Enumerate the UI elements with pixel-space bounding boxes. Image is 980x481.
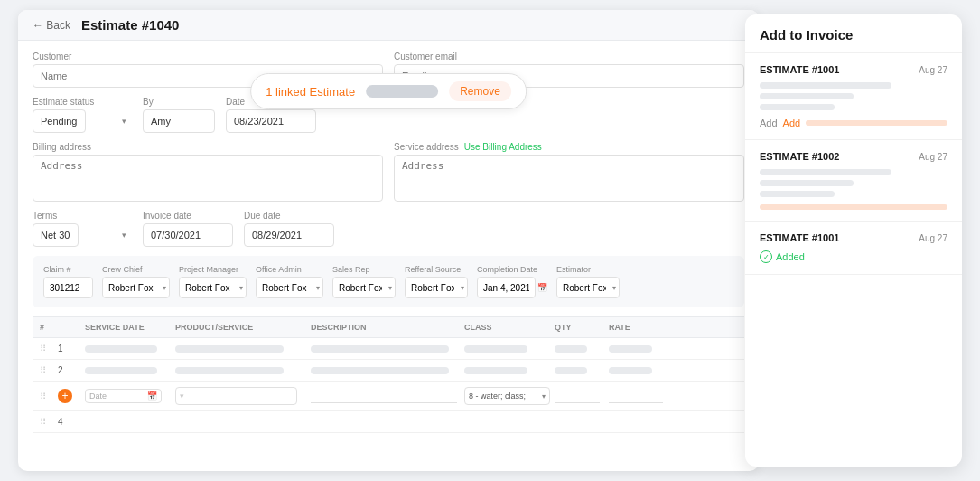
row-num: 2: [58, 365, 85, 375]
skeleton-line: [760, 104, 835, 110]
table-row-add: ⠿ + Date 📅 ▾: [33, 382, 744, 411]
add-to-invoice-panel: Add to Invoice ESTIMATE #1001 Aug 27 Add…: [745, 14, 962, 467]
by-input[interactable]: [143, 109, 215, 133]
customer-label: Customer: [33, 52, 383, 61]
estimate-date: Aug 27: [919, 65, 947, 75]
row-rate: [609, 345, 681, 353]
col-hash: #: [40, 323, 58, 332]
calendar-icon: 📅: [537, 283, 547, 292]
page-title: Estimate #1040: [81, 17, 179, 33]
invoice-date-input[interactable]: [143, 223, 233, 247]
line-items-table: # SERVICE DATE PRODUCT/SERVICE DESCRIPTI…: [33, 316, 744, 433]
row-num: 1: [58, 344, 85, 354]
status-select[interactable]: Pending: [33, 109, 86, 133]
estimator-group: Estimator Robert Fox: [556, 265, 620, 298]
referral-label: Refferal Source: [405, 265, 468, 274]
referral-select[interactable]: Robert Fox: [405, 277, 468, 298]
estimate-card-header: ESTIMATE #1002 Aug 27: [760, 151, 947, 162]
row-product: [175, 367, 311, 374]
row-qty-input[interactable]: [555, 389, 609, 403]
row-service-date: [85, 345, 175, 353]
col-extra: [681, 323, 735, 332]
row-description: [311, 367, 464, 374]
use-billing-link[interactable]: Use Billing Address: [464, 142, 542, 152]
terms-label: Terms: [33, 211, 132, 221]
add-orange-button-1[interactable]: Add: [783, 118, 801, 128]
service-textarea[interactable]: [394, 155, 744, 202]
referral-group: Refferal Source Robert Fox: [405, 265, 468, 298]
card-actions: Add Add: [760, 118, 947, 128]
orange-bar: [806, 120, 947, 126]
row-qty: [555, 345, 609, 353]
row-handle: ⠿: [40, 365, 58, 375]
estimate-date: Aug 27: [919, 152, 947, 162]
card-actions-added: ✓ Added: [760, 250, 947, 263]
sales-rep-group: Sales Rep Robert Fox: [332, 265, 396, 298]
sales-rep-label: Sales Rep: [332, 265, 396, 274]
estimate-title: ESTIMATE #1002: [760, 151, 839, 162]
row-description: [311, 345, 464, 353]
row-class-input: 8 - water; class; ▾: [464, 387, 555, 405]
office-admin-label: Office Admin: [256, 265, 323, 274]
skeleton-line: [760, 82, 891, 89]
estimate-card-2: ESTIMATE #1002 Aug 27: [745, 140, 962, 222]
add-row-button[interactable]: +: [58, 389, 72, 403]
skeleton-line: [760, 93, 854, 99]
row-qty: [555, 367, 609, 374]
claim-input[interactable]: [43, 277, 93, 298]
billing-textarea[interactable]: [33, 155, 383, 202]
completion-input[interactable]: [477, 277, 536, 298]
claim-group: Claim #: [43, 265, 93, 298]
sales-rep-select[interactable]: Robert Fox: [332, 277, 396, 298]
terms-select[interactable]: Net 30: [33, 223, 79, 247]
row-description-input[interactable]: [311, 389, 464, 403]
added-text: Added: [776, 251, 805, 262]
completion-group: Completion Date 📅: [477, 265, 547, 298]
right-panel-title: Add to Invoice: [760, 27, 853, 42]
office-admin-select[interactable]: Robert Fox: [256, 277, 323, 298]
billing-label: Billing address: [33, 142, 383, 152]
row-num: 4: [58, 417, 85, 427]
calendar-icon-row: 📅: [147, 391, 157, 401]
terms-row: Terms Net 30 Invoice date Due date: [33, 211, 744, 247]
invoice-date-group: Invoice date: [143, 211, 233, 247]
row-product-input[interactable]: ▾: [175, 387, 311, 405]
pm-label: Project Manager: [179, 265, 247, 274]
estimate-card-1: ESTIMATE #1001 Aug 27 Add Add: [745, 53, 962, 140]
skeleton-line: [760, 169, 891, 175]
address-row: Billing address Service address Use Bill…: [33, 142, 744, 202]
back-link[interactable]: ← Back: [33, 19, 70, 32]
pm-select[interactable]: Robert Fox: [179, 277, 247, 298]
estimate-card-header: ESTIMATE #1001 Aug 27: [760, 64, 947, 75]
estimate-title: ESTIMATE #1001: [760, 232, 839, 243]
fields-row: Claim # Crew Chief Robert Fox Project Ma…: [43, 265, 733, 298]
check-icon: ✓: [760, 250, 772, 263]
row-handle: ⠿: [40, 417, 58, 427]
right-panel-header: Add to Invoice: [745, 14, 962, 53]
office-admin-group: Office Admin Robert Fox: [256, 265, 323, 298]
date-input[interactable]: [226, 109, 316, 133]
crew-chief-select[interactable]: Robert Fox: [102, 277, 170, 298]
due-date-group: Due date: [244, 211, 334, 247]
row-date-input: Date 📅: [85, 389, 175, 403]
estimate-card-header: ESTIMATE #1001 Aug 27: [760, 232, 947, 243]
status-group: Estimate status Pending: [33, 97, 132, 133]
estimate-card-3: ESTIMATE #1001 Aug 27 ✓ Added: [745, 222, 962, 275]
claim-label: Claim #: [43, 265, 93, 274]
orange-bar: [760, 204, 947, 210]
remove-button[interactable]: Remove: [449, 81, 511, 101]
table-header: # SERVICE DATE PRODUCT/SERVICE DESCRIPTI…: [33, 317, 744, 338]
estimator-label: Estimator: [556, 265, 620, 274]
card-actions: [760, 204, 947, 210]
col-description: DESCRIPTION: [311, 323, 464, 332]
add-button-1[interactable]: Add: [760, 118, 778, 128]
status-label: Estimate status: [33, 97, 132, 107]
col-class: CLASS: [464, 323, 555, 332]
date-placeholder: Date: [89, 391, 107, 401]
crew-chief-label: Crew Chief: [102, 265, 170, 274]
estimator-select[interactable]: Robert Fox: [556, 277, 620, 298]
top-bar: ← Back Estimate #1040: [18, 10, 759, 41]
row-rate-input[interactable]: [609, 389, 681, 403]
col-qty: QTY: [555, 323, 609, 332]
due-date-input[interactable]: [244, 223, 334, 247]
